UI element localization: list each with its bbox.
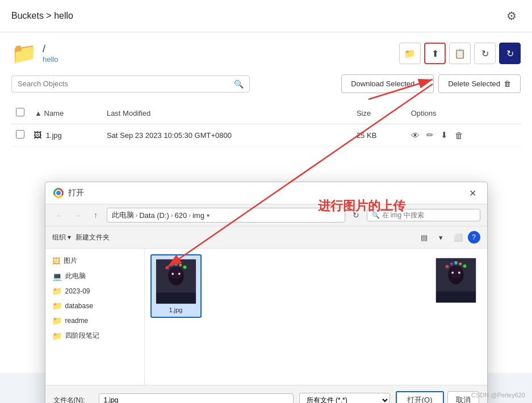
col-modified: Last Modified [102, 102, 352, 124]
svg-point-20 [463, 265, 466, 268]
search-box: 🔍 [11, 75, 250, 93]
toolbar-icons: 📁 ⬆ 📋 ↻ ↻ [399, 43, 521, 64]
view-help-button[interactable]: ? [468, 231, 480, 244]
svg-point-14 [451, 271, 454, 274]
search-icon: 🔍 [234, 79, 244, 89]
table-row: 🖼 1.jpg Sat Sep 23 2023 10:05:30 GMT+080… [11, 124, 521, 146]
view-grid-button[interactable]: ⬜ [451, 230, 466, 245]
dialog-refresh-button[interactable]: ↻ [349, 208, 363, 223]
organize-chevron: ▾ [68, 233, 71, 241]
path-bar: 此电脑 › Data (D:) › 620 › img ▾ [107, 208, 345, 223]
svg-point-17 [450, 262, 453, 265]
nav-back-button[interactable]: ← [52, 208, 67, 223]
create-folder-button[interactable]: 📁 [399, 43, 421, 64]
copy-path-button[interactable]: 📋 [449, 43, 471, 64]
path-chevron[interactable]: ▾ [207, 212, 210, 219]
file-options: 👁 ✏ ⬇ 🗑 [411, 130, 516, 140]
file-label-selected: 1.jpg [169, 307, 183, 313]
nav-up-button[interactable]: ↑ [89, 208, 103, 223]
svg-point-18 [454, 261, 458, 265]
file-item-2[interactable] [430, 254, 481, 318]
computer-icon: 💻 [52, 272, 62, 281]
upload-button[interactable]: ⬆ [424, 43, 446, 64]
sidebar-label-readme: readme [65, 317, 89, 325]
dialog-search-input[interactable] [382, 211, 462, 219]
folder-name: hello [43, 55, 58, 64]
dialog-search-bar: 🔍 [367, 209, 480, 221]
dialog-title: 打开 [53, 188, 84, 198]
select-all-checkbox[interactable] [16, 108, 24, 116]
delete-selected-button[interactable]: Delete Selected 🗑 [438, 74, 521, 93]
file-preview-2 [435, 258, 476, 303]
delete-selected-label: Delete Selected [448, 79, 500, 88]
svg-point-15 [458, 271, 460, 274]
dialog-nav: ← → ↑ 此电脑 › Data (D:) › 620 › img ▾ ↻ 🔍 [45, 204, 487, 226]
svg-point-7 [174, 262, 178, 266]
file-table: ▲ Name Last Modified Size Options 🖼 1.jp… [11, 102, 521, 146]
view-file-icon[interactable]: 👁 [411, 131, 420, 140]
sidebar-item-computer[interactable]: 💻 此电脑 [45, 268, 144, 284]
dark-refresh-button[interactable]: ↻ [499, 43, 521, 64]
path-segment-0[interactable]: 此电脑 [112, 210, 134, 220]
edit-file-icon[interactable]: ✏ [426, 130, 434, 140]
sidebar-label-database: database [65, 302, 93, 310]
file-name-cell: 🖼 1.jpg [29, 124, 102, 146]
path-sep-1: › [136, 212, 138, 219]
organize-button[interactable]: 组织 ▾ [52, 233, 71, 242]
svg-point-3 [171, 272, 174, 275]
path-segment-3[interactable]: img [192, 211, 204, 220]
row-checkbox[interactable] [16, 130, 24, 138]
chrome-icon [53, 188, 64, 198]
path-sep-2: › [171, 212, 173, 219]
download-file-icon[interactable]: ⬇ [441, 130, 448, 140]
dialog-close-button[interactable]: ✕ [467, 187, 479, 199]
refresh-button[interactable]: ↻ [474, 43, 496, 64]
breadcrumb: Buckets > hello [11, 11, 73, 21]
download-selected-button[interactable]: Download Selected ⬇ [341, 74, 434, 93]
svg-point-8 [179, 263, 182, 266]
file-modified: Sat Sep 23 2023 10:05:30 GMT+0800 [102, 124, 352, 146]
folder-2023-09-icon: 📁 [52, 287, 62, 296]
folder-database-icon: 📁 [52, 301, 62, 310]
sidebar-item-notes[interactable]: 📁 四阶段笔记 [45, 328, 144, 343]
file-preview-selected [156, 259, 196, 304]
col-size: Size [352, 102, 407, 124]
dialog-toolbar: 组织 ▾ 新建文件夹 ▤ ▾ ⬜ ? [45, 226, 487, 249]
sidebar-item-database[interactable]: 📁 database [45, 299, 144, 313]
svg-point-9 [183, 266, 186, 269]
new-folder-button[interactable]: 新建文件夹 [76, 233, 110, 242]
file-open-dialog: 打开 ✕ ← → ↑ 此电脑 › Data (D:) › 620 › img ▾… [45, 182, 488, 373]
settings-icon[interactable]: ⚙ [502, 7, 521, 25]
sidebar-item-readme[interactable]: 📁 readme [45, 313, 144, 328]
col-name: ▲ Name [29, 102, 102, 124]
svg-point-4 [178, 272, 180, 275]
dialog-title-text: 打开 [68, 188, 84, 198]
path-segment-2[interactable]: 620 [175, 211, 187, 220]
path-sep-3: › [188, 212, 191, 219]
nav-forward-button[interactable]: → [70, 208, 85, 223]
search-input[interactable] [18, 79, 234, 88]
pictures-icon: 🖼 [52, 257, 60, 266]
sidebar-label-computer: 此电脑 [65, 271, 86, 281]
download-selected-icon: ⬇ [418, 79, 424, 88]
delete-file-icon[interactable]: 🗑 [455, 131, 463, 140]
file-item-selected[interactable]: 1.jpg [150, 254, 202, 318]
svg-point-16 [445, 265, 449, 268]
sidebar-item-2023-09[interactable]: 📁 2023-09 [45, 284, 144, 299]
file-name: 1.jpg [46, 131, 62, 140]
organize-label: 组织 [52, 233, 66, 242]
sidebar-panel: 🖼 图片 💻 此电脑 📁 2023-09 📁 database 📁 [45, 249, 145, 373]
folder-icon: 📁 [11, 41, 37, 65]
sidebar-label-notes: 四阶段笔记 [65, 331, 99, 341]
col-options: Options [407, 102, 521, 124]
delete-selected-icon: 🗑 [504, 79, 511, 88]
folder-readme-icon: 📁 [52, 316, 62, 325]
sidebar-item-pictures[interactable]: 🖼 图片 [45, 253, 144, 268]
path-segment-1[interactable]: Data (D:) [139, 211, 169, 220]
folder-notes-icon: 📁 [52, 331, 62, 341]
view-list-button[interactable]: ▤ [417, 230, 432, 245]
sidebar-label-2023-09: 2023-09 [65, 287, 90, 295]
files-grid: 1.jpg [150, 254, 481, 318]
view-chevron-button[interactable]: ▾ [434, 230, 449, 245]
svg-point-6 [170, 263, 173, 266]
